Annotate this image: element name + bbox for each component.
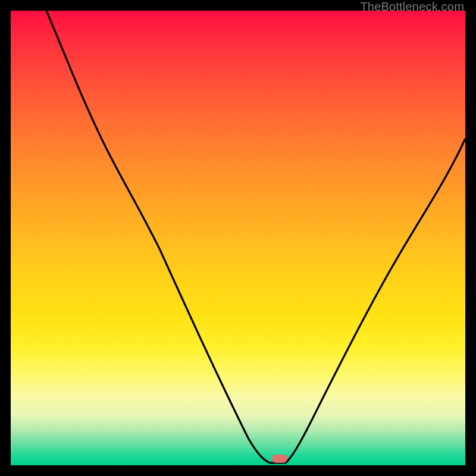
curve-left-branch [46, 11, 270, 463]
watermark-text: TheBottleneck.com [360, 0, 464, 14]
chart-frame: TheBottleneck.com [0, 0, 476, 476]
bottleneck-curve [11, 11, 465, 465]
minimum-marker [272, 455, 287, 463]
curve-right-branch [286, 139, 465, 463]
plot-area [11, 11, 465, 465]
